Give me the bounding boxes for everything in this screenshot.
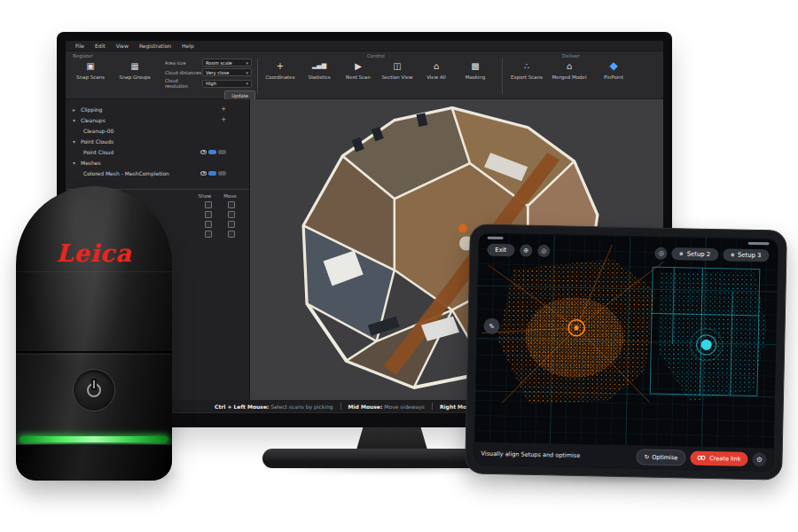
tree-label: Clipping <box>81 106 102 113</box>
visibility-eye-icon[interactable] <box>200 150 207 154</box>
mesh-toggle-button[interactable] <box>208 171 216 176</box>
scanner-seam <box>16 354 172 355</box>
masking-button[interactable]: ▩ Masking <box>456 60 495 96</box>
tree-item-meshes[interactable]: ▾ Meshes <box>66 157 249 168</box>
coordinates-icon: + <box>277 60 284 73</box>
move-checkbox[interactable] <box>228 201 235 208</box>
scanner-body: Leica <box>16 186 172 481</box>
cloud-distances-label: Cloud distances <box>165 70 202 75</box>
laser-scanner-device: Leica <box>16 186 172 481</box>
setup-2-button[interactable]: Setup 2 <box>672 247 719 261</box>
masking-label: Masking <box>466 74 486 80</box>
statistics-button[interactable]: ▂▄▆ Statistics <box>300 60 339 96</box>
optimise-button[interactable]: ↻ Optimise <box>637 449 686 466</box>
tree-label: Meshes <box>81 160 101 166</box>
product-scene: File Edit View Registration Help Registe… <box>0 0 798 532</box>
scanner-seam <box>16 271 172 272</box>
merged-model-icon: ⌂ <box>567 60 572 73</box>
cloud-distances-select[interactable]: Very close ▾ <box>202 68 252 76</box>
recenter-button[interactable]: ◎ <box>537 245 550 257</box>
mesh-options-button[interactable] <box>218 171 226 176</box>
create-link-button[interactable]: Create link <box>690 451 747 466</box>
tree-item-cleanups[interactable]: ▾ Cleanups + <box>66 114 249 125</box>
view-all-button[interactable]: ⌂ View All <box>417 60 456 96</box>
export-scans-button[interactable]: ∴ Export Scans <box>507 60 546 96</box>
snap-scans-button[interactable]: ▣ Snap Scans <box>71 60 110 96</box>
register-settings: Area size Room scale ▾ Cloud distances V… <box>165 59 255 100</box>
setup-2-label: Setup 2 <box>687 250 710 258</box>
snap-groups-icon: ▦ <box>130 60 138 73</box>
tree-item-clipping[interactable]: ▸ Clipping + <box>66 104 249 114</box>
section-view-label: Section View <box>381 74 412 80</box>
cloud-distances-value: Very close <box>206 70 230 75</box>
target-icon: ◎ <box>659 250 664 257</box>
tablet-bezel: Exit ⊕ ◎ ◎ Setup 2 Setup 3 ✎ <box>465 223 787 480</box>
menu-file[interactable]: File <box>71 43 89 49</box>
show-checkbox[interactable] <box>205 201 212 208</box>
toolbar: Register Control Deliver ▣ Snap Scans ▦ … <box>66 51 663 99</box>
tree-item-cleanup-00[interactable]: Cleanup-00 <box>66 125 249 136</box>
next-scan-button[interactable]: ▶ Next Scan <box>339 60 378 96</box>
snap-groups-button[interactable]: ▦ Snap Groups <box>115 60 154 96</box>
show-checkbox[interactable] <box>205 231 212 238</box>
tablet-device: Exit ⊕ ◎ ◎ Setup 2 Setup 3 ✎ <box>465 223 787 480</box>
chevron-right-icon: ▸ <box>73 106 78 113</box>
view-all-icon: ⌂ <box>434 60 439 73</box>
merged-model-button[interactable]: ⌂ Merged Model <box>550 60 589 96</box>
add-icon[interactable]: + <box>221 116 226 123</box>
tablet-status-text <box>488 237 504 239</box>
status-divider <box>340 403 341 410</box>
coordinates-button[interactable]: + Coordinates <box>261 60 300 96</box>
move-checkbox[interactable] <box>228 221 235 228</box>
cloud-resolution-select[interactable]: High ▾ <box>202 80 252 88</box>
menu-help[interactable]: Help <box>177 43 199 49</box>
menu-view[interactable]: View <box>112 43 133 49</box>
status-value: Select scans by picking <box>270 403 332 410</box>
view-options-button[interactable]: ◎ <box>655 247 668 260</box>
chevron-down-icon: ▾ <box>73 138 78 145</box>
show-checkbox[interactable] <box>205 211 212 218</box>
cloud-resolution-label: Cloud resolution <box>165 78 202 89</box>
exit-button[interactable]: Exit <box>487 244 514 257</box>
tree-item-point-clouds[interactable]: ▾ Point Clouds <box>66 136 249 146</box>
control-group-label: Control <box>367 53 385 59</box>
chevron-down-icon: ▾ <box>246 70 248 75</box>
move-checkbox[interactable] <box>228 211 235 218</box>
show-column-header: Show <box>198 193 211 199</box>
snap-groups-label: Snap Groups <box>119 74 150 80</box>
settings-button[interactable]: ⚙ <box>752 452 766 466</box>
next-scan-label: Next Scan <box>346 74 371 80</box>
area-size-select[interactable]: Room scale ▾ <box>202 59 252 66</box>
status-key: Ctrl + Left Mouse: <box>215 403 269 410</box>
scanner-base <box>16 444 172 481</box>
cloud-toggle-button[interactable] <box>208 150 216 154</box>
status-led-ring <box>20 436 168 442</box>
scanner-seam <box>16 351 172 353</box>
show-checkbox[interactable] <box>205 221 212 228</box>
export-scans-label: Export Scans <box>511 74 543 80</box>
setup-3-button[interactable]: Setup 3 <box>723 248 770 262</box>
cloud-resolution-value: High <box>206 81 216 86</box>
pinpoint-button[interactable]: ◆ PinPoint <box>594 60 633 96</box>
setup-dot-icon <box>680 252 684 255</box>
footer-hint-text: Visually align Setups and optimise <box>481 450 631 461</box>
toolbar-divider <box>257 59 258 94</box>
menu-registration[interactable]: Registration <box>135 43 176 49</box>
tree-label: Cleanup-00 <box>83 128 113 134</box>
point-cloud-canvas[interactable] <box>474 232 778 450</box>
export-scans-icon: ∴ <box>524 60 529 73</box>
move-checkbox-column <box>228 201 235 238</box>
create-link-label: Create link <box>709 455 740 463</box>
add-setup-button[interactable]: ⊕ <box>520 244 532 256</box>
menu-edit[interactable]: Edit <box>90 43 110 49</box>
tree-item-colored-mesh[interactable]: Colored Mesh - MeshCompletion <box>66 168 249 178</box>
plus-circle-icon: ⊕ <box>523 247 528 254</box>
visibility-eye-icon[interactable] <box>200 171 207 176</box>
tree-item-point-cloud[interactable]: Point Cloud <box>66 146 249 157</box>
power-button[interactable] <box>73 369 115 411</box>
status-key: Mid Mouse: <box>348 403 383 410</box>
section-view-button[interactable]: ◫ Section View <box>378 60 417 96</box>
cloud-options-button[interactable] <box>218 150 226 154</box>
move-checkbox[interactable] <box>228 231 235 238</box>
add-icon[interactable]: + <box>221 106 226 113</box>
